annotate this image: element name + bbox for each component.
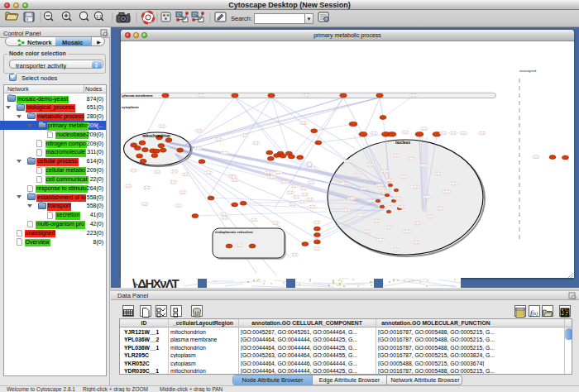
svg-text:[....]: [....] xyxy=(452,182,456,185)
svg-text:[....]: [....] xyxy=(452,131,456,135)
svg-text:[....]: [....] xyxy=(207,171,211,174)
svg-text:[....]: [....] xyxy=(181,191,185,194)
svg-text:[....]: [....] xyxy=(356,174,360,177)
svg-text:[....]: [....] xyxy=(369,199,373,203)
svg-text:[....]: [....] xyxy=(302,187,306,190)
svg-text:[....]: [....] xyxy=(409,157,414,160)
svg-text:[....]: [....] xyxy=(276,171,280,174)
svg-text:[....]: [....] xyxy=(412,93,416,97)
svg-text:[....]: [....] xyxy=(254,141,258,145)
svg-text:[....]: [....] xyxy=(383,170,387,173)
svg-text:[....]: [....] xyxy=(346,160,350,163)
svg-text:cytoplasm: cytoplasm xyxy=(122,105,139,109)
svg-text:[....]: [....] xyxy=(462,131,466,135)
svg-text:[....]: [....] xyxy=(445,190,449,194)
svg-text:[....]: [....] xyxy=(177,204,181,208)
svg-text:[....]: [....] xyxy=(311,166,315,170)
svg-text:[....]: [....] xyxy=(360,213,364,217)
svg-text:[....]: [....] xyxy=(362,187,366,190)
svg-text:[....]: [....] xyxy=(414,241,419,244)
svg-text:[....]: [....] xyxy=(378,184,382,187)
svg-text:[....]: [....] xyxy=(127,184,131,188)
svg-text:endoplasmic reticulum: endoplasmic reticulum xyxy=(215,230,253,234)
svg-text:[....]: [....] xyxy=(416,222,420,225)
svg-text:[....]: [....] xyxy=(394,248,398,251)
svg-text:[....]: [....] xyxy=(302,122,306,125)
svg-text:[....]: [....] xyxy=(223,217,227,220)
svg-text:mitochondrion: mitochondrion xyxy=(142,134,170,138)
svg-text:[....]: [....] xyxy=(368,163,372,166)
svg-text:[....]: [....] xyxy=(145,186,149,189)
svg-text:f(x): f(x) xyxy=(530,308,538,317)
svg-text:[....]: [....] xyxy=(428,215,433,218)
svg-text:[....]: [....] xyxy=(197,129,201,132)
svg-text:[....]: [....] xyxy=(291,203,295,206)
svg-text:[....]: [....] xyxy=(315,221,319,224)
svg-text:[....]: [....] xyxy=(394,154,398,157)
svg-text:[....]: [....] xyxy=(437,172,441,175)
svg-text:[....]: [....] xyxy=(282,180,286,184)
svg-text:[....]: [....] xyxy=(388,179,392,182)
svg-text:[....]: [....] xyxy=(196,146,200,150)
svg-text:[....]: [....] xyxy=(300,200,304,203)
svg-text:[....]: [....] xyxy=(534,155,538,159)
svg-text:[....]: [....] xyxy=(342,182,346,185)
svg-text:[....]: [....] xyxy=(315,247,319,251)
svg-text:[....]: [....] xyxy=(252,218,256,222)
svg-text:[....]: [....] xyxy=(266,171,270,174)
svg-text:[....]: [....] xyxy=(396,197,400,200)
svg-text:\˫ΔΗΧνΛΤ: \˫ΔΗΧνΛΤ xyxy=(132,278,179,288)
svg-text:[....]: [....] xyxy=(222,213,226,216)
svg-text:[....]: [....] xyxy=(173,170,177,173)
svg-text:[....]: [....] xyxy=(400,205,404,208)
svg-text:[....]: [....] xyxy=(414,185,418,189)
svg-text:nucleus: nucleus xyxy=(395,141,410,145)
svg-text:[....]: [....] xyxy=(422,164,426,167)
svg-text:[....]: [....] xyxy=(481,131,485,135)
svg-text:[....]: [....] xyxy=(223,151,227,155)
svg-text:unassigned: unassigned xyxy=(519,69,536,73)
svg-text:[....]: [....] xyxy=(171,180,175,184)
svg-text:plasma membrane: plasma membrane xyxy=(122,93,153,98)
svg-text:[....]: [....] xyxy=(344,208,348,212)
svg-text:[....]: [....] xyxy=(289,191,293,194)
svg-text:[....]: [....] xyxy=(381,189,385,193)
svg-text:[....]: [....] xyxy=(293,253,297,256)
svg-text:[....]: [....] xyxy=(390,203,395,206)
svg-text:[....]: [....] xyxy=(243,134,247,137)
svg-text:[....]: [....] xyxy=(423,127,427,131)
svg-text:[....]: [....] xyxy=(308,198,312,201)
svg-text:[....]: [....] xyxy=(233,179,237,182)
svg-text:[....]: [....] xyxy=(156,170,160,174)
svg-text:[....]: [....] xyxy=(232,175,236,179)
svg-text:1:1: 1:1 xyxy=(96,14,102,19)
svg-text:[....]: [....] xyxy=(375,219,379,222)
svg-text:[....]: [....] xyxy=(350,197,354,200)
svg-text:[....]: [....] xyxy=(237,244,242,247)
svg-text:[....]: [....] xyxy=(379,238,383,241)
svg-text:[....]: [....] xyxy=(270,175,274,179)
svg-text:[....]: [....] xyxy=(160,125,165,128)
svg-text:[....]: [....] xyxy=(425,195,429,198)
svg-text:[....]: [....] xyxy=(217,138,221,141)
svg-text:[....]: [....] xyxy=(309,181,313,184)
svg-text:[....]: [....] xyxy=(274,222,278,225)
svg-text:[....]: [....] xyxy=(372,131,376,135)
svg-text:[....]: [....] xyxy=(310,205,314,208)
svg-text:[....]: [....] xyxy=(184,173,188,176)
svg-text:[....]: [....] xyxy=(404,131,408,134)
svg-text:[....]: [....] xyxy=(442,131,446,135)
svg-text:[....]: [....] xyxy=(303,193,307,196)
svg-text:[....]: [....] xyxy=(199,93,203,97)
svg-text:[....]: [....] xyxy=(304,93,309,97)
svg-text:[....]: [....] xyxy=(143,203,147,206)
svg-text:[....]: [....] xyxy=(405,230,409,233)
svg-text:[....]: [....] xyxy=(132,169,136,172)
svg-text:[....]: [....] xyxy=(387,226,391,229)
svg-text:[....]: [....] xyxy=(294,195,299,198)
svg-text:[....]: [....] xyxy=(366,230,371,233)
svg-text:[....]: [....] xyxy=(292,184,296,188)
svg-text:[....]: [....] xyxy=(439,207,443,210)
svg-text:[....]: [....] xyxy=(402,175,406,179)
